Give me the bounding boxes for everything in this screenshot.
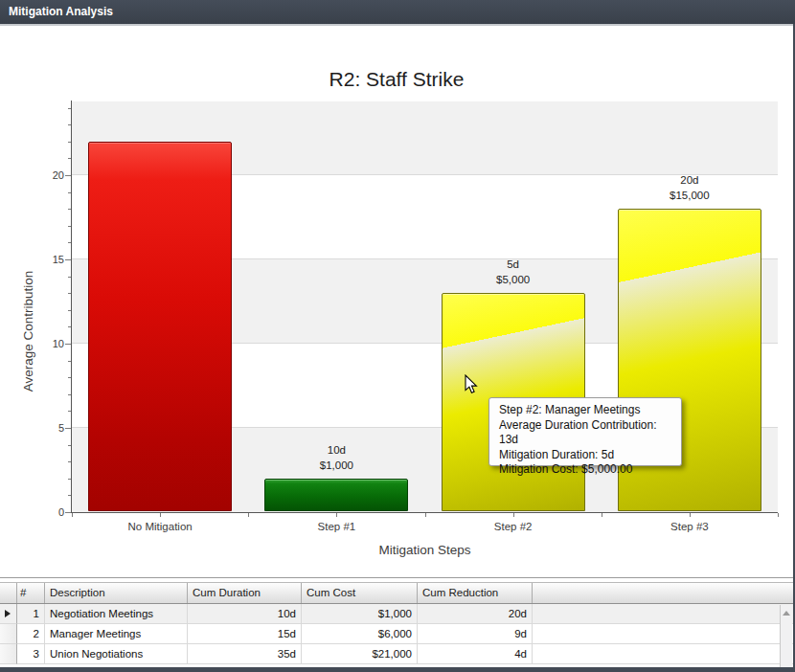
cell-filler bbox=[533, 624, 793, 644]
row-selector-cell[interactable] bbox=[0, 604, 17, 624]
window-title: Mitigation Analysis bbox=[9, 5, 113, 18]
y-tick-label: 5 bbox=[35, 422, 64, 434]
x-axis-line bbox=[71, 512, 778, 513]
tooltip-line: Mitigation Duration: 5d bbox=[499, 448, 671, 463]
cell-cum-cost[interactable]: $21,000 bbox=[302, 644, 418, 664]
cell-cum-duration[interactable]: 10d bbox=[188, 604, 302, 624]
x-tick-label: Step #1 bbox=[269, 521, 403, 532]
plot-area: 05101520No Mitigation10d$1,000Step #15d$… bbox=[0, 0, 795, 578]
x-tick bbox=[248, 513, 249, 517]
x-tick bbox=[513, 513, 514, 517]
x-tick bbox=[602, 513, 602, 517]
column-header-row-selector[interactable] bbox=[0, 583, 17, 603]
x-tick-label: Step #2 bbox=[446, 521, 580, 532]
x-tick bbox=[336, 513, 337, 517]
y-axis-line bbox=[71, 101, 72, 512]
tooltip-line: Step #2: Manager Meetings bbox=[499, 403, 671, 418]
cell-cum-cost[interactable]: $1,000 bbox=[302, 604, 418, 624]
bar-no-mitigation[interactable] bbox=[88, 142, 232, 511]
column-header-cum-cost[interactable]: Cum Cost bbox=[302, 583, 418, 603]
x-tick-label: No Mitigation bbox=[93, 521, 227, 532]
window-bottom-border bbox=[0, 667, 795, 672]
y-tick-label: 0 bbox=[35, 506, 64, 518]
cell-cum-duration[interactable]: 35d bbox=[188, 644, 302, 664]
bar-value-label: 5d$5,000 bbox=[446, 257, 580, 287]
cell-description[interactable]: Manager Meetings bbox=[45, 624, 188, 644]
cell-cum-cost[interactable]: $6,000 bbox=[302, 624, 418, 644]
table-header-row: #DescriptionCum DurationCum CostCum Redu… bbox=[0, 583, 793, 604]
y-tick-label: 20 bbox=[35, 169, 64, 181]
column-header-description[interactable]: Description bbox=[45, 583, 188, 603]
y-tick-label: 10 bbox=[35, 338, 64, 349]
x-tick bbox=[778, 513, 779, 517]
x-tick bbox=[160, 513, 161, 517]
x-tick-label: Step #3 bbox=[623, 521, 757, 532]
row-selector-cell[interactable] bbox=[0, 624, 17, 644]
window-titlebar[interactable]: Mitigation Analysis bbox=[0, 0, 795, 24]
mitigation-steps-table: #DescriptionCum DurationCum CostCum Redu… bbox=[0, 582, 793, 667]
tooltip-line: Mitigation Cost: $5,000.00 bbox=[499, 462, 671, 478]
x-tick bbox=[690, 513, 691, 517]
column-header-cum-duration[interactable]: Cum Duration bbox=[188, 583, 302, 603]
bar-tooltip: Step #2: Manager MeetingsAverage Duratio… bbox=[488, 397, 682, 466]
cell-description[interactable]: Union Negotiations bbox=[45, 644, 188, 664]
column-header-cum-reduction[interactable]: Cum Reduction bbox=[418, 583, 533, 603]
mouse-cursor-icon bbox=[465, 374, 479, 399]
cell-cum-reduction[interactable]: 9d bbox=[418, 624, 533, 644]
cell-cum-duration[interactable]: 15d bbox=[188, 624, 302, 644]
bar-step-1[interactable] bbox=[264, 479, 408, 511]
x-tick bbox=[425, 513, 426, 517]
table-scrollbar[interactable] bbox=[780, 605, 792, 668]
tooltip-line: Average Duration Contribution: 13d bbox=[499, 418, 671, 448]
column-header-[interactable]: # bbox=[17, 583, 45, 603]
cell-number[interactable]: 3 bbox=[17, 644, 45, 664]
mitigation-analysis-window: Mitigation Analysis R2: Staff Strike Fir… bbox=[0, 0, 795, 672]
x-axis-title: Mitigation Steps bbox=[72, 543, 778, 557]
table-row[interactable]: 1Negotiation Meetings10d$1,00020d bbox=[0, 604, 793, 624]
cell-cum-reduction[interactable]: 20d bbox=[418, 604, 533, 624]
scrollbar-up-icon[interactable] bbox=[783, 611, 790, 616]
table-row[interactable]: 3Union Negotiations35d$21,0004d bbox=[0, 644, 793, 664]
x-tick bbox=[72, 513, 73, 517]
cell-description[interactable]: Negotiation Meetings bbox=[45, 604, 188, 624]
row-selector-cell[interactable] bbox=[0, 644, 17, 664]
titlebar-edge bbox=[0, 24, 795, 26]
bar-value-label: 10d$1,000 bbox=[269, 442, 403, 473]
table-row[interactable]: 2Manager Meetings15d$6,0009d bbox=[0, 624, 793, 644]
cell-filler bbox=[533, 644, 793, 664]
current-row-arrow-icon bbox=[5, 610, 11, 617]
y-tick-label: 15 bbox=[35, 254, 64, 265]
bar-value-label: 20d$15,000 bbox=[623, 172, 757, 203]
column-header-filler bbox=[533, 583, 793, 603]
cell-number[interactable]: 1 bbox=[17, 604, 45, 624]
cell-filler bbox=[533, 604, 793, 624]
cell-cum-reduction[interactable]: 4d bbox=[418, 644, 533, 664]
cell-number[interactable]: 2 bbox=[17, 624, 45, 644]
